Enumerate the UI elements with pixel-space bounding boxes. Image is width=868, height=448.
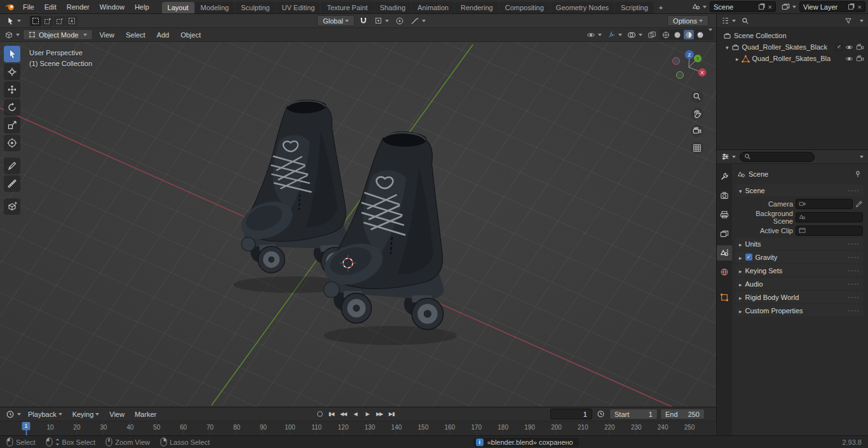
add-menu[interactable]: Add [152, 31, 175, 39]
transform-tool-button[interactable] [4, 135, 20, 151]
tab-scripting[interactable]: Scripting [615, 2, 654, 13]
tab-shading[interactable]: Shading [374, 2, 411, 13]
previous-keyframe-button[interactable] [338, 410, 349, 418]
disclosure-triangle[interactable] [739, 294, 742, 301]
shading-solid-button[interactable] [672, 30, 682, 39]
tab-world-properties[interactable] [717, 264, 732, 280]
disclosure-triangle[interactable] [739, 240, 742, 248]
navigation-gizmo[interactable]: Z Y X [672, 48, 707, 84]
properties-search-input[interactable] [740, 152, 815, 162]
browse-view-layer-icon[interactable] [780, 1, 798, 13]
object-menu[interactable]: Object [175, 31, 206, 39]
outliner-filter-icon[interactable] [843, 15, 854, 27]
shading-material-button[interactable] [684, 30, 694, 39]
browse-scene-icon[interactable] [690, 1, 709, 13]
disable-render-icon[interactable] [856, 55, 864, 63]
playback-menu[interactable]: Playback [23, 411, 67, 418]
new-scene-icon[interactable] [759, 4, 764, 10]
drag-dots-icon[interactable] [848, 254, 860, 261]
disable-render-icon[interactable] [856, 43, 864, 51]
menu-file[interactable]: File [18, 0, 39, 13]
tab-tool-properties[interactable] [717, 169, 732, 184]
tab-render-properties[interactable] [717, 188, 732, 203]
panel-audio[interactable]: Audio [735, 278, 864, 290]
zoom-icon[interactable] [691, 90, 703, 103]
cursor-tool-button[interactable] [4, 64, 20, 80]
background-scene-field[interactable] [796, 212, 863, 222]
remove-view-layer-icon[interactable] [858, 3, 862, 11]
view-layer-name-field[interactable]: View Layer [799, 1, 865, 12]
drag-dots-icon[interactable] [848, 294, 860, 301]
add-workspace-button[interactable]: + [654, 2, 667, 13]
drag-dots-icon[interactable] [848, 240, 860, 248]
pan-hand-icon[interactable] [691, 107, 703, 120]
disclosure-triangle[interactable] [736, 55, 739, 62]
drag-dots-icon[interactable] [848, 187, 860, 194]
select-menu[interactable]: Select [121, 31, 151, 39]
ortho-grid-icon[interactable] [691, 142, 703, 154]
scene-collection-row[interactable]: Scene Collection [717, 30, 868, 41]
disclosure-triangle[interactable] [726, 43, 729, 51]
annotate-tool-button[interactable] [4, 158, 20, 174]
frame-end-field[interactable]: End 250 [660, 409, 705, 419]
camera-field[interactable] [796, 199, 853, 209]
editor-type-dropdown[interactable] [3, 29, 22, 41]
menu-render[interactable]: Render [62, 0, 95, 13]
select-mode-extend-button[interactable] [42, 16, 53, 26]
next-keyframe-button[interactable] [374, 410, 385, 418]
preview-range-toggle[interactable] [595, 409, 607, 420]
exclude-checkbox[interactable] [836, 44, 843, 51]
new-view-layer-icon[interactable] [848, 4, 853, 10]
camera-view-icon[interactable] [691, 125, 703, 137]
hide-eye-icon[interactable] [845, 43, 853, 51]
drag-dots-icon[interactable] [848, 267, 860, 275]
menu-window[interactable]: Window [95, 0, 130, 13]
play-reverse-button[interactable] [350, 410, 361, 418]
playhead[interactable]: 1 [22, 422, 30, 435]
proportional-falloff-dropdown[interactable] [409, 15, 428, 27]
disclosure-triangle[interactable] [739, 254, 742, 261]
panel-units[interactable]: Units [735, 238, 864, 250]
tab-sculpting[interactable]: Sculpting [235, 2, 275, 13]
outliner-options-dropdown[interactable] [856, 15, 865, 27]
disclosure-triangle[interactable] [739, 280, 742, 288]
panel-scene[interactable]: Scene [735, 184, 864, 196]
tab-animation[interactable]: Animation [412, 2, 454, 13]
panel-keying-sets[interactable]: Keying Sets [735, 264, 864, 276]
jump-to-end-button[interactable] [386, 410, 397, 418]
select-mode-subtract-button[interactable] [54, 16, 65, 26]
shading-wireframe-button[interactable] [661, 30, 671, 39]
transform-orientation-dropdown[interactable]: Global [317, 15, 355, 26]
timeline-view-menu[interactable]: View [104, 411, 130, 418]
keying-menu[interactable]: Keying [67, 411, 105, 418]
outliner-editor-dropdown[interactable] [719, 15, 738, 27]
gravity-checkbox[interactable] [745, 254, 752, 261]
timeline-editor-dropdown[interactable] [4, 409, 23, 420]
snap-target-dropdown[interactable] [372, 15, 391, 27]
add-cube-tool-button[interactable] [4, 198, 20, 215]
tab-texture-paint[interactable]: Texture Paint [321, 2, 373, 13]
auto-keying-toggle[interactable] [315, 409, 325, 420]
scale-tool-button[interactable] [4, 117, 20, 133]
panel-custom-properties[interactable]: Custom Properties [735, 304, 864, 316]
tab-rendering[interactable]: Rendering [455, 2, 499, 13]
object-type-visibility-dropdown[interactable] [585, 29, 604, 41]
rotate-tool-button[interactable] [4, 99, 20, 116]
shading-dropdown[interactable] [707, 31, 712, 39]
pin-icon[interactable] [854, 170, 862, 178]
tab-compositing[interactable]: Compositing [499, 2, 550, 13]
drag-dots-icon[interactable] [848, 307, 860, 315]
disclosure-triangle[interactable] [739, 187, 742, 194]
xray-toggle-button[interactable] [646, 29, 658, 41]
tab-view-layer-properties[interactable] [717, 226, 732, 241]
eyedropper-icon[interactable] [855, 200, 863, 208]
outliner-search-icon[interactable] [740, 15, 751, 27]
blender-logo-icon[interactable] [3, 0, 18, 13]
measure-tool-button[interactable] [4, 175, 20, 192]
frame-start-field[interactable]: Start 1 [609, 409, 658, 419]
object-row[interactable]: Quad_Roller_Skates_Bla [717, 53, 868, 64]
viewport-3d[interactable]: User Perspective (1) Scene Collection [0, 42, 716, 407]
properties-editor-dropdown[interactable] [719, 151, 738, 163]
tab-layout[interactable]: Layout [162, 2, 194, 13]
proportional-edit-toggle[interactable] [393, 15, 406, 27]
